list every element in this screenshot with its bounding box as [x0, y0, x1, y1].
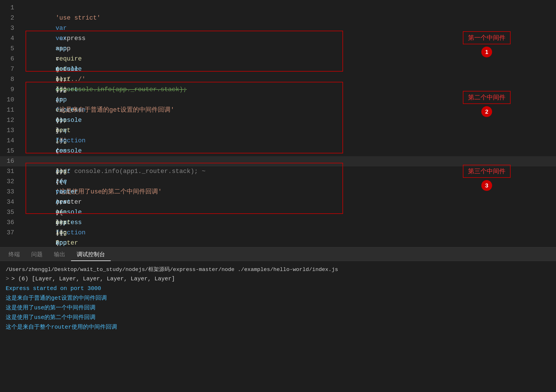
line-num-3: 3	[0, 23, 20, 34]
token	[56, 239, 63, 247]
line-num-4: 4	[0, 34, 20, 44]
tab-terminal[interactable]: 终端	[3, 247, 26, 261]
annotation-3: 第三个中间件 3	[463, 165, 511, 191]
code-line-14: 14 next ();	[0, 136, 556, 146]
line-num-36: 36	[0, 218, 20, 228]
line-num-35: 35	[0, 207, 20, 218]
editor-area: 1 'use strict' 2 var express = require (…	[0, 0, 556, 247]
annotation-3-number: 3	[481, 180, 492, 191]
line-num-7: 7	[0, 64, 20, 74]
line-num-6: 6	[0, 54, 20, 64]
code-line-1: 1 'use strict'	[0, 3, 556, 13]
line-num-12: 12	[0, 115, 20, 126]
line-num-8: 8	[0, 74, 20, 85]
annotation-2-label: 第二个中间件	[463, 91, 511, 104]
panel-layer-line: > > (6) [Layer, Layer, Layer, Layer, Lay…	[6, 274, 550, 284]
line-num-5: 5	[0, 44, 20, 54]
code-line-13: 13 console . log ( '这是使用了use的第二个中间件回调' )…	[0, 126, 556, 136]
panel-content: /Users/zhenggl/Desktop/wait_to_study/nod…	[0, 261, 556, 336]
console-line-4: 这个是来自于整个router使用的中间件回调	[6, 322, 550, 332]
line-num-9: 9	[0, 85, 20, 95]
line-num-15: 15	[0, 146, 20, 156]
code-line-2: 2 var express = require ( '../../' );	[0, 13, 556, 23]
code-line-34: 34 next ();	[0, 197, 556, 207]
line-num-34: 34	[0, 197, 20, 207]
code-line-8: 8 // console.info(app._router.stack);	[0, 74, 556, 85]
line-num-33: 33	[0, 187, 20, 197]
arrow-icon: >	[6, 274, 9, 284]
tab-debug-console[interactable]: 调试控制台	[71, 247, 111, 261]
code-line-7: 7 });	[0, 64, 556, 74]
line-num-1: 1	[0, 3, 20, 13]
line-num-11: 11	[0, 105, 20, 115]
panel-layer: > (6) [Layer, Layer, Layer, Layer, Layer…	[11, 274, 175, 284]
line-num-31: 31	[0, 166, 20, 177]
annotation-1-label: 第一个中间件	[463, 31, 511, 44]
tab-problems[interactable]: 问题	[26, 247, 48, 261]
code-line-36: 36 app . use ( '/' , router);	[0, 218, 556, 228]
bottom-panel: 终端 问题 输出 调试控制台 /Users/zhenggl/Desktop/wa…	[0, 247, 556, 392]
annotation-3-label: 第三个中间件	[463, 165, 511, 178]
console-line-1: 这是来自于普通的get设置的中间件回调	[6, 293, 550, 303]
line-num-10: 10	[0, 95, 20, 105]
line-num-14: 14	[0, 136, 20, 146]
code-line-37: 37 console . info (app._router.stack);	[0, 228, 556, 238]
annotation-1: 第一个中间件 1	[463, 31, 511, 57]
code-line-35: 35 });	[0, 207, 556, 218]
annotation-2: 第二个中间件 2	[463, 91, 511, 117]
panel-tabs: 终端 问题 输出 调试控制台	[0, 247, 556, 261]
console-line-3: 这是使用了use的第二个中间件回调	[6, 313, 550, 322]
line-num-37: 37	[0, 228, 20, 238]
panel-path: /Users/zhenggl/Desktop/wait_to_study/nod…	[6, 265, 550, 274]
line-num-13: 13	[0, 126, 20, 136]
line-num-2: 2	[0, 13, 20, 23]
line-num-32: 32	[0, 177, 20, 187]
annotation-2-number: 2	[481, 106, 492, 117]
code-line-15: 15 });	[0, 146, 556, 156]
console-line-2: 这是使用了use的第一个中间件回调	[6, 303, 550, 313]
console-express-started: Express started on port 3000	[6, 284, 550, 293]
tab-output[interactable]: 输出	[48, 247, 71, 261]
line-content-37: console . info (app._router.stack);	[20, 228, 556, 247]
line-num-16: 16	[0, 156, 20, 166]
annotation-1-number: 1	[481, 47, 492, 57]
